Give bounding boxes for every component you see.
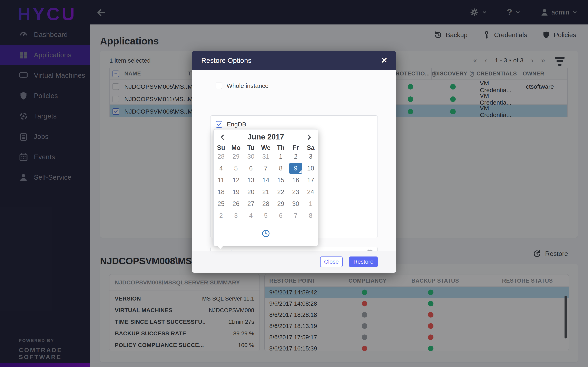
calendar-day[interactable]: 11	[214, 174, 228, 186]
calendar-day[interactable]: 16	[288, 174, 303, 186]
weekday-label: Mo	[228, 144, 243, 151]
calendar-day[interactable]: 2	[214, 210, 228, 222]
calendar-day[interactable]: 5	[258, 210, 273, 222]
calendar-day[interactable]: 5	[228, 162, 243, 174]
weekday-label: Sa	[303, 144, 318, 151]
calendar-day[interactable]: 1	[273, 151, 288, 162]
calendar-day[interactable]: 28	[214, 151, 228, 162]
weekday-label: We	[258, 144, 273, 151]
database-checkbox[interactable]	[216, 121, 222, 128]
calendar-day[interactable]: 10	[303, 162, 318, 174]
calendar-day[interactable]: 19	[228, 186, 243, 198]
calendar-day[interactable]: 28	[258, 198, 273, 210]
calendar-day[interactable]: 31	[258, 151, 273, 162]
calendar-day[interactable]: 21	[258, 186, 273, 198]
calendar-day[interactable]: 3	[228, 210, 243, 222]
whole-instance-label: Whole instance	[227, 82, 268, 89]
calendar-day[interactable]: 8	[273, 162, 288, 174]
calendar-grid: 2829303112345678910111213141516171819202…	[214, 151, 318, 222]
calendar-day[interactable]: 7	[258, 162, 273, 174]
calendar-day[interactable]: 29	[273, 198, 288, 210]
selected-day-corner	[298, 170, 302, 173]
next-month-icon[interactable]	[305, 133, 313, 141]
calendar-day[interactable]: 20	[243, 186, 258, 198]
calendar-day[interactable]: 9	[288, 162, 303, 174]
modal-header: Restore Options ✕	[192, 51, 396, 70]
whole-instance-checkbox[interactable]	[216, 83, 222, 89]
weekday-label: Th	[273, 144, 288, 151]
database-label: EngDB	[227, 121, 246, 128]
modal-footer: Close Restore	[192, 251, 396, 273]
calendar-day[interactable]: 13	[243, 174, 258, 186]
calendar-day[interactable]: 30	[288, 198, 303, 210]
check-icon	[216, 122, 222, 127]
clock-icon[interactable]	[261, 229, 270, 238]
calendar-day[interactable]: 14	[258, 174, 273, 186]
datepicker-popup: June 2017 SuMoTuWeThFrSa 282930311234567…	[213, 129, 318, 246]
selected-day: 9	[289, 163, 302, 174]
calendar-day[interactable]: 3	[303, 151, 318, 162]
calendar-day[interactable]: 23	[288, 186, 303, 198]
calendar-weekdays: SuMoTuWeThFrSa	[214, 144, 318, 151]
weekday-label: Su	[214, 144, 228, 151]
calendar-day[interactable]: 18	[214, 186, 228, 198]
close-icon[interactable]: ✕	[380, 56, 389, 65]
calendar-day[interactable]: 4	[214, 162, 228, 174]
modal-title: Restore Options	[201, 57, 251, 64]
calendar-day[interactable]: 8	[303, 210, 318, 222]
weekday-label: Fr	[288, 144, 303, 151]
popup-pointer	[217, 246, 223, 249]
close-button[interactable]: Close	[320, 257, 343, 267]
database-option[interactable]: EngDB	[216, 121, 246, 128]
calendar-day[interactable]: 22	[273, 186, 288, 198]
calendar-day[interactable]: 24	[303, 186, 318, 198]
calendar-day[interactable]: 4	[243, 210, 258, 222]
calendar-day[interactable]: 29	[228, 151, 243, 162]
calendar-day[interactable]: 30	[243, 151, 258, 162]
calendar-day[interactable]: 2	[288, 151, 303, 162]
calendar-day[interactable]: 25	[214, 198, 228, 210]
calendar-month-title: June 2017	[214, 133, 318, 141]
calendar-day[interactable]: 7	[288, 210, 303, 222]
weekday-label: Tu	[243, 144, 258, 151]
calendar-day[interactable]: 15	[273, 174, 288, 186]
calendar-day[interactable]: 1	[303, 198, 318, 210]
calendar-day[interactable]: 26	[228, 198, 243, 210]
calendar-day[interactable]: 6	[243, 162, 258, 174]
restore-options-modal: Restore Options ✕ Whole instance EngDB	[192, 51, 396, 273]
app-window: HYCU ? admin DashboardApplicationsVirtua…	[0, 0, 588, 367]
whole-instance-option[interactable]: Whole instance	[216, 82, 268, 89]
calendar-header: June 2017	[214, 132, 318, 142]
calendar-day[interactable]: 12	[228, 174, 243, 186]
calendar-day[interactable]: 27	[243, 198, 258, 210]
calendar-day[interactable]: 17	[303, 174, 318, 186]
calendar-day[interactable]: 6	[273, 210, 288, 222]
restore-button[interactable]: Restore	[349, 257, 378, 267]
